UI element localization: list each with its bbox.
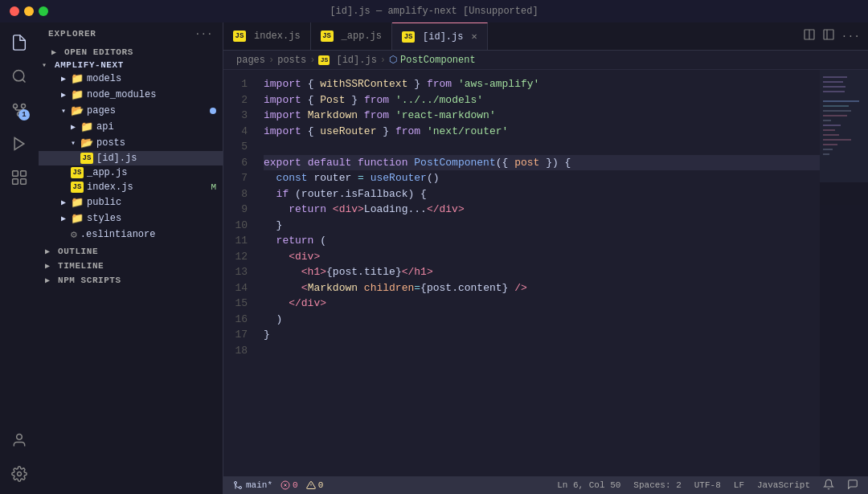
close-button[interactable] [10,6,19,16]
svg-point-4 [22,104,26,108]
folder-icon: 📁 [71,72,84,85]
timeline-section[interactable]: ▶ TIMELINE [39,259,223,271]
maximize-button[interactable] [39,6,48,16]
js-file-icon: JS [71,182,84,193]
folder-icon: 📁 [71,196,84,209]
breadcrumb-file[interactable]: [id].js [336,55,376,66]
debug-icon[interactable] [6,130,33,157]
js-file-icon: JS [80,153,93,164]
files-icon[interactable] [6,29,33,56]
code-line-2: import { Post } from '../../models' [264,92,820,108]
svg-rect-33 [820,70,868,182]
svg-point-0 [14,71,24,81]
chevron-right-icon: ▶ [61,214,71,223]
config-file-icon: ⚙ [71,228,77,241]
search-icon[interactable] [6,63,33,90]
tab-index-js[interactable]: JS index.js [223,22,311,50]
code-line-4: import { useRouter } from 'next/router' [264,124,820,140]
svg-point-3 [14,104,18,108]
language-mode[interactable]: JavaScript [757,480,810,490]
code-line-16: ) [264,312,820,328]
tab-index-js-label: index.js [254,31,301,42]
styles-label: styles [87,213,121,224]
svg-point-35 [235,482,237,484]
sidebar-item-api[interactable]: ▶ 📁 api [39,119,223,135]
code-line-10: } [264,218,820,234]
chevron-right-icon: ▶ [61,198,71,207]
npm-scripts-section[interactable]: ▶ NPM SCRIPTS [39,273,223,286]
tab-app-js[interactable]: JS _app.js [311,22,392,50]
encoding[interactable]: UTF-8 [694,480,721,490]
breadcrumb-posts[interactable]: posts [277,55,306,66]
sidebar-item-index-js[interactable]: JS index.js M [39,180,223,194]
extensions-icon[interactable] [6,164,33,191]
breadcrumb-separator: › [309,55,315,66]
id-js-label: [id].js [96,153,137,164]
window-controls[interactable] [10,6,48,16]
sidebar-item-posts[interactable]: ▾ 📂 posts [39,135,223,151]
notifications-icon[interactable] [823,479,834,492]
tab-app-js-label: _app.js [342,31,382,42]
close-tab-icon[interactable]: ✕ [471,31,477,43]
activity-bar: 1 [0,22,39,494]
sidebar-item-pages[interactable]: ▾ 📂 pages [39,103,223,119]
status-left: main* 0 0 [233,480,323,490]
more-options-icon[interactable]: ··· [195,29,213,39]
sidebar-item-eslintignore[interactable]: ⚙ .eslintianore [39,227,223,243]
js-file-icon: JS [321,31,334,42]
sidebar-item-styles[interactable]: ▶ 📁 styles [39,210,223,227]
code-line-3: import Markdown from 'react-markdown' [264,108,820,124]
settings-icon[interactable] [6,460,33,488]
breadcrumb-component[interactable]: PostComponent [400,55,476,66]
indentation[interactable]: Spaces: 2 [633,480,681,490]
public-label: public [87,197,121,208]
app-js-label: _app.js [87,167,127,178]
sidebar-item-public[interactable]: ▶ 📁 public [39,194,223,210]
code-editor[interactable]: 1 2 3 4 5 6 7 8 9 10 11 12 13 14 15 16 1 [223,70,820,476]
feedback-icon[interactable] [847,479,858,492]
source-control-icon[interactable]: 1 [6,96,33,124]
api-label: api [96,121,114,133]
window-title: [id].js — amplify-next [Unsupported] [330,6,538,17]
code-line-12: <div> [264,249,820,265]
modified-marker: M [211,182,216,192]
split-editor-icon[interactable] [803,28,816,44]
tab-bar: JS index.js JS _app.js JS [id].js ✕ [223,22,868,51]
tab-id-js[interactable]: JS [id].js ✕ [392,22,488,50]
main-layout: 1 [0,22,868,494]
outline-section[interactable]: ▶ OUTLINE [39,244,223,257]
chevron-right-icon: ▶ [45,247,55,256]
minimize-button[interactable] [24,6,34,16]
open-editors-section[interactable]: ▶ OPEN EDITORS [39,45,223,58]
chevron-down-icon: ▾ [42,60,51,70]
sidebar-item-app-js[interactable]: JS _app.js [39,165,223,180]
account-icon[interactable] [6,427,33,454]
code-line-5 [264,139,820,155]
code-line-18 [264,343,820,359]
outline-label: OUTLINE [58,247,98,256]
chevron-down-icon: ▾ [61,106,71,116]
warning-count[interactable]: 0 [306,480,324,490]
svg-marker-6 [14,138,24,150]
code-line-1: import { withSSRContext } from 'aws-ampl… [264,76,820,92]
chevron-right-icon: ▶ [45,261,55,271]
minimap [820,70,868,476]
error-count[interactable]: 0 [280,480,298,490]
cursor-position[interactable]: Ln 6, Col 50 [557,480,620,490]
code-content[interactable]: import { withSSRContext } from 'aws-ampl… [257,70,820,476]
project-section[interactable]: ▾ AMPLIFY-NEXT [39,58,223,71]
svg-rect-15 [824,30,833,39]
sidebar-item-models[interactable]: ▶ 📁 models [39,71,223,87]
code-line-7: const router = useRouter() [264,170,820,186]
svg-point-11 [17,435,23,440]
sidebar-header-icons: ··· [195,29,213,39]
index-js-label: index.js [87,182,133,193]
toggle-sidebar-icon[interactable] [822,28,835,44]
git-branch[interactable]: main* [233,480,272,490]
breadcrumb-pages[interactable]: pages [236,55,265,66]
line-ending[interactable]: LF [734,480,744,490]
sidebar-item-node-modules[interactable]: ▶ 📁 node_modules [39,87,223,103]
sidebar-item-id-js[interactable]: JS [id].js [39,151,223,165]
more-actions-icon[interactable]: ··· [841,31,860,43]
chevron-right-icon: ▶ [61,90,71,100]
